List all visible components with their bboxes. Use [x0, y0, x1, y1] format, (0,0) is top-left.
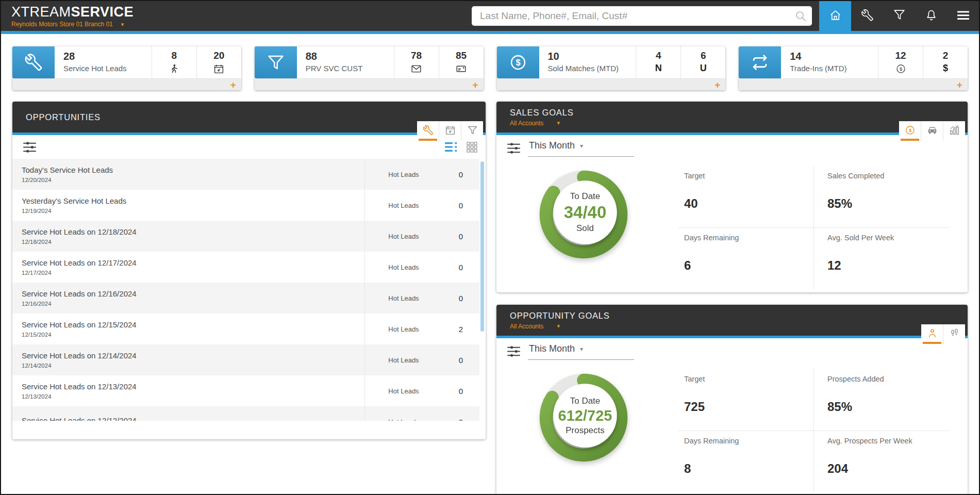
- stat-value: 6: [684, 258, 813, 273]
- dollar-circle-icon: $: [905, 125, 916, 138]
- add-button[interactable]: +: [472, 80, 478, 90]
- notifications-button[interactable]: [915, 1, 947, 31]
- envelope-icon: [411, 63, 422, 76]
- card-value: 28: [63, 51, 152, 62]
- opportunity-main: Service Hot Leads on 12/12/2024: [22, 416, 364, 421]
- stat-cell: Prospects Added 85%: [813, 369, 949, 431]
- account-selector[interactable]: All Accounts ▾: [510, 323, 968, 330]
- tab-sales[interactable]: $: [899, 121, 921, 141]
- wrench-icon: [861, 9, 874, 24]
- stat-card-trade-ins[interactable]: 14 Trade-Ins (MTD) 12 $ 2 $ +: [739, 46, 968, 90]
- sales-goal-donut: To Date 34/40 Sold: [533, 164, 634, 265]
- sub-stat: 2 $: [923, 46, 968, 78]
- panel-title: OPPORTUNITY GOALS: [510, 311, 968, 321]
- donut-center: To Date 612/725 Prospects: [535, 365, 636, 466]
- svg-text:$: $: [899, 67, 902, 72]
- opportunity-date: 12/20/2024: [22, 177, 364, 183]
- dealership-name: Reynolds Motors Store 01 Branch 01: [11, 21, 113, 28]
- sub-value: 85: [456, 50, 467, 61]
- list-view-button[interactable]: [445, 142, 457, 152]
- opportunity-goals-content: To Date 612/725 Prospects Target 725: [496, 364, 968, 495]
- list-item[interactable]: Service Hot Leads on 12/13/2024 12/13/20…: [12, 375, 479, 406]
- donut-center: To Date 34/40 Sold: [535, 162, 636, 263]
- filter-button[interactable]: [883, 1, 915, 31]
- tab-filters[interactable]: [461, 121, 483, 141]
- stat-cell: Avg. Sold Per Week 12: [813, 227, 949, 289]
- card-value: 88: [306, 51, 394, 62]
- dollar-glyph: $: [943, 63, 948, 73]
- opportunity-date: 12/14/2024: [22, 362, 364, 369]
- stat-value: 204: [827, 461, 949, 476]
- logo-bold: SERVICE: [71, 4, 134, 20]
- opportunity-type: Hot Leads: [364, 375, 442, 406]
- stat-cell: Target 725: [678, 369, 813, 431]
- svg-text:$: $: [908, 127, 911, 133]
- tab-trend-chart[interactable]: [943, 121, 965, 141]
- service-button[interactable]: [851, 1, 883, 31]
- sub-value: 6: [701, 50, 706, 61]
- stat-label: Target: [684, 374, 772, 384]
- opportunity-main: Service Hot Leads on 12/13/2024 12/13/20…: [22, 382, 364, 400]
- stat-label: Target: [684, 171, 772, 181]
- tab-prospects[interactable]: [921, 324, 943, 344]
- tab-walk-ins[interactable]: [943, 324, 965, 344]
- stat-value: 8: [684, 461, 813, 476]
- search-input[interactable]: [472, 6, 812, 26]
- sales-goals-panel: SALES GOALS All Accounts ▾ $: [496, 102, 968, 292]
- filter-sliders-icon[interactable]: [507, 142, 521, 155]
- panel-title: OPPORTUNITIES: [26, 112, 486, 122]
- sales-goals-header: SALES GOALS All Accounts ▾: [496, 102, 968, 133]
- stat-label: Avg. Sold Per Week: [827, 233, 915, 243]
- add-button[interactable]: +: [715, 80, 720, 90]
- menu-button[interactable]: [947, 1, 979, 31]
- list-item[interactable]: Service Hot Leads on 12/17/2024 12/17/20…: [12, 252, 479, 283]
- opportunities-tabs: [417, 121, 483, 141]
- scrollbar[interactable]: [480, 161, 484, 332]
- sales-goals-toolbar: This Month ▾: [496, 135, 968, 161]
- list-item[interactable]: Service Hot Leads on 12/12/2024 Hot Lead…: [12, 406, 479, 421]
- list-item[interactable]: Service Hot Leads on 12/14/2024 12/14/20…: [12, 344, 479, 375]
- opportunity-type: Hot Leads: [364, 406, 442, 421]
- bar-chart-icon: [949, 125, 960, 138]
- stat-card-prv-svc-cust[interactable]: 88 PRV SVC CUST 78 85: [255, 46, 484, 90]
- opportunity-date: 12/18/2024: [22, 239, 364, 245]
- footprints-icon: [949, 328, 960, 341]
- filter-sliders-icon[interactable]: [507, 345, 521, 358]
- goals-column: SALES GOALS All Accounts ▾ $: [496, 102, 968, 495]
- grid-view-button[interactable]: [467, 142, 477, 153]
- add-button[interactable]: +: [957, 80, 962, 90]
- tab-appointments[interactable]: [439, 121, 461, 141]
- add-button[interactable]: +: [230, 80, 236, 90]
- tab-service[interactable]: [417, 121, 439, 141]
- panel-title: SALES GOALS: [510, 108, 968, 118]
- sub-value: 2: [943, 50, 949, 61]
- list-item[interactable]: Yesterday's Service Hot Leads 12/19/2024…: [12, 190, 479, 221]
- card-value: 10: [548, 51, 636, 62]
- home-button[interactable]: [819, 1, 851, 31]
- period-dropdown[interactable]: This Month ▾: [528, 342, 634, 360]
- card-value: 14: [790, 51, 878, 62]
- period-dropdown[interactable]: This Month ▾: [528, 139, 634, 157]
- opportunity-type: Hot Leads: [364, 221, 442, 252]
- card-label: Trade-Ins (MTD): [790, 64, 878, 73]
- list-item[interactable]: Service Hot Leads on 12/15/2024 12/15/20…: [12, 314, 479, 344]
- opportunity-date: 12/13/2024: [22, 393, 364, 400]
- dealership-selector[interactable]: Reynolds Motors Store 01 Branch 01 ▾: [11, 21, 134, 28]
- chevron-down-icon: ▾: [121, 22, 124, 27]
- search-icon[interactable]: [794, 10, 807, 22]
- opportunity-count: 0: [442, 387, 479, 395]
- walking-person-icon: [169, 63, 179, 76]
- period-label: This Month: [529, 343, 575, 354]
- stat-label: Avg. Prospects Per Week: [827, 436, 915, 446]
- card-footer: +: [255, 78, 484, 90]
- stat-card-service-hot-leads[interactable]: 28 Service Hot Leads 8 20: [12, 46, 241, 90]
- tab-vehicles[interactable]: [921, 121, 943, 141]
- list-item[interactable]: Service Hot Leads on 12/18/2024 12/18/20…: [12, 221, 479, 252]
- donut-fraction: 34/40: [564, 203, 607, 222]
- filter-sliders-icon[interactable]: [23, 141, 37, 154]
- hamburger-icon: [957, 9, 970, 24]
- list-item[interactable]: Service Hot Leads on 12/16/2024 12/16/20…: [12, 283, 479, 314]
- list-item[interactable]: Today's Service Hot Leads 12/20/2024 Hot…: [12, 159, 479, 190]
- stat-cell: Sales Completed 85%: [813, 166, 949, 227]
- stat-card-sold-matches[interactable]: $ 10 Sold Matches (MTD) 4 N 6 U +: [497, 46, 726, 90]
